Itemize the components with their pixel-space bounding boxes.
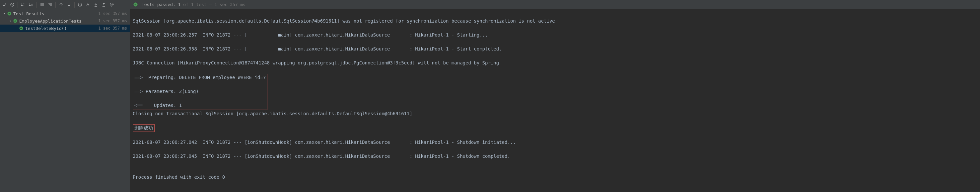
tree-root-time: 1 sec 357 ms [98,11,127,16]
tree-method-label: testDeleteById() [25,26,98,31]
tree-root[interactable]: ▾ Test Results 1 sec 357 ms [0,10,130,17]
expand-all-icon[interactable] [38,1,46,8]
select-first-failed-icon[interactable] [84,1,92,8]
log-line: 2021-08-07 23:00:27.042 INFO 21872 --- [… [133,139,977,146]
status-bar: Tests passed: 1 of 1 test – 1 sec 357 ms [130,0,980,9]
log-line: Closing non transactional SqlSession [or… [133,110,977,117]
log-line: ==> Preparing: DELETE FROM employee WHER… [134,74,266,81]
status-text: Tests passed: 1 of 1 test – 1 sec 357 ms [142,2,245,7]
tree-class[interactable]: ▾ EmployeeApplicationTests 1 sec 357 ms [0,17,130,25]
log-line: <== Updates: 1 [134,102,266,109]
status-duration: 1 sec 357 ms [214,2,245,7]
log-line: 2021-08-07 23:00:27.045 INFO 21872 --- [… [133,153,977,160]
chevron-down-icon: ▾ [2,12,6,15]
log-line: ==> Parameters: 2(Long) [134,88,266,95]
show-ignored-icon[interactable] [9,1,16,8]
status-dash: – [207,2,214,7]
tree-method[interactable]: testDeleteById() 1 sec 357 ms [0,25,130,32]
show-passed-icon[interactable] [1,1,8,8]
log-line: 2021-08-07 23:00:26.958 INFO 21872 --- [… [133,45,977,53]
console-panel: Tests passed: 1 of 1 test – 1 sec 357 ms… [130,0,980,192]
separator [18,2,18,8]
chevron-down-icon: ▾ [8,19,13,22]
tree-method-time: 1 sec 357 ms [98,26,127,30]
sort-duration-icon[interactable] [27,1,35,8]
export-test-icon[interactable] [100,1,108,8]
collapse-all-icon[interactable] [46,1,54,8]
separator [56,2,56,8]
test-pass-icon [7,12,11,16]
history-icon[interactable] [76,1,84,8]
svg-point-6 [111,4,113,5]
log-line: JDBC Connection [HikariProxyConnection@1… [133,59,977,66]
log-line: 删除成功 [133,124,977,132]
svg-text:z: z [23,4,25,6]
test-pass-icon [13,19,17,23]
log-line: SqlSession [org.apache.ibatis.session.de… [133,18,977,25]
result-highlight-box: 删除成功 [133,124,154,132]
separator [74,2,75,8]
test-tree-panel: az ▾ Test Results 1 sec 357 ms ▾ [0,0,130,192]
test-pass-icon [19,26,23,30]
console-output[interactable]: SqlSession [org.apache.ibatis.session.de… [130,9,980,192]
log-line: Process finished with exit code 0 [133,174,977,181]
test-toolbar: az [0,0,130,9]
status-of: of 1 test [180,2,206,7]
test-pass-icon [134,2,138,6]
tree-class-label: EmployeeApplicationTests [19,19,98,24]
svg-line-1 [11,3,14,6]
next-test-icon[interactable] [65,1,73,8]
tree-root-label: Test Results [13,11,98,16]
separator [37,2,37,8]
tree-class-time: 1 sec 357 ms [98,19,127,23]
log-line: 2021-08-07 23:00:26.257 INFO 21872 --- [… [133,32,977,38]
sort-alpha-icon[interactable]: az [19,1,27,8]
status-prefix: Tests passed: [142,2,178,7]
settings-icon[interactable] [108,1,115,8]
sql-highlight-box: ==> Preparing: DELETE FROM employee WHER… [133,74,267,110]
prev-test-icon[interactable] [57,1,65,8]
test-tree: ▾ Test Results 1 sec 357 ms ▾ EmployeeAp… [0,9,130,192]
import-test-icon[interactable] [92,1,100,8]
